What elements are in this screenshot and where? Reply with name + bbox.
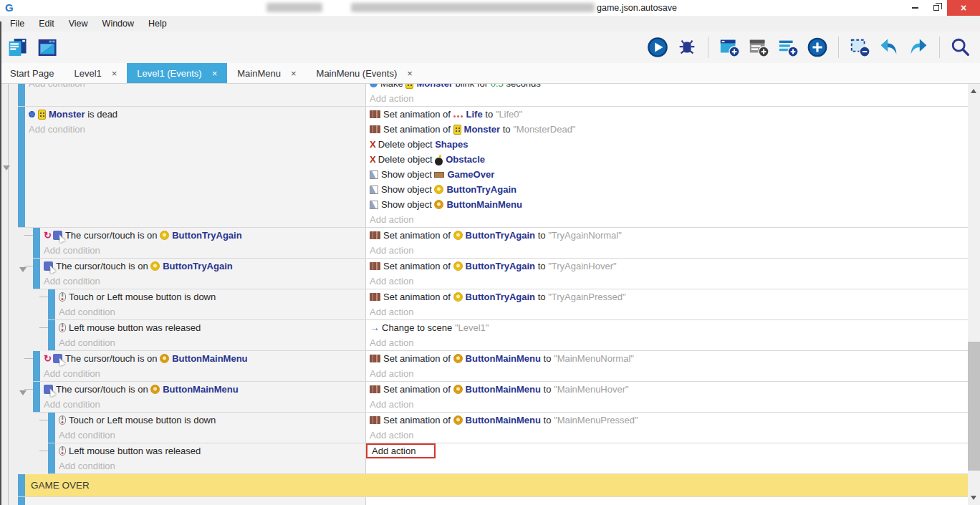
minimize-button[interactable] xyxy=(904,0,926,16)
action-line[interactable]: Set animation of ButtonTryAgain to "TryA… xyxy=(366,259,968,274)
add-action-button[interactable]: Add action xyxy=(366,274,968,289)
action-line[interactable]: Set animation of ButtonTryAgain to "TryA… xyxy=(366,228,968,243)
tab-level1[interactable]: Level1× xyxy=(64,63,127,83)
add-circle-button[interactable] xyxy=(805,35,830,59)
condition-line[interactable]: Touch or Left mouse button is down xyxy=(55,289,365,304)
action-line[interactable]: Set animation of ButtonMainMenu to "Main… xyxy=(366,382,968,397)
add-action-button[interactable]: Add action xyxy=(366,212,968,227)
event-selection-bar[interactable] xyxy=(18,84,25,106)
text-segment: Set animation of xyxy=(383,261,453,271)
event-row: The cursor/touch is on ButtonMainMenuAdd… xyxy=(33,382,968,413)
add-action-button[interactable]: Add action xyxy=(366,397,968,412)
object-name: ButtonTryAgain xyxy=(466,261,536,271)
action-line[interactable]: Set animation of Monster to "MonsterDead… xyxy=(366,122,968,137)
comment-text[interactable]: GAME OVER xyxy=(25,474,968,496)
condition-line[interactable]: Left mouse button was released xyxy=(55,443,365,458)
event-selection-bar[interactable] xyxy=(33,351,40,381)
event-selection-bar[interactable] xyxy=(33,259,40,289)
add-event-button[interactable] xyxy=(717,35,741,59)
action-line[interactable]: Make Monster blink for 0.5 seconds xyxy=(366,84,968,91)
event-selection-bar[interactable] xyxy=(48,320,55,350)
add-condition-button[interactable]: Add condition xyxy=(40,397,365,412)
menu-help[interactable]: Help xyxy=(141,16,174,32)
add-action-button-highlighted[interactable]: Add action xyxy=(366,443,968,458)
condition-line[interactable]: Touch or Left mouse button is down xyxy=(55,413,365,428)
add-action-button[interactable]: Add action xyxy=(366,91,968,106)
add-subevent-button[interactable] xyxy=(746,35,771,59)
scene-editor-button[interactable] xyxy=(36,35,60,59)
play-button[interactable] xyxy=(645,35,670,59)
add-condition-button[interactable]: Add condition xyxy=(55,428,365,443)
condition-line[interactable]: The cursor/touch is on ButtonMainMenu xyxy=(40,382,365,397)
add-condition-button[interactable]: Add condition xyxy=(40,274,365,289)
add-comment-button[interactable] xyxy=(776,35,800,59)
scroll-down-icon[interactable] xyxy=(971,496,976,500)
menu-file[interactable]: File xyxy=(3,16,32,32)
add-condition-button[interactable]: Add condition xyxy=(55,304,365,319)
action-line[interactable]: Show object ButtonMainMenu xyxy=(366,197,968,212)
scrollbar-thumb[interactable] xyxy=(968,342,980,471)
fold-arrow-icon[interactable] xyxy=(19,390,27,395)
condition-line[interactable]: Monster is dead xyxy=(25,107,365,122)
action-line[interactable]: Set animation of Life to "Life0" xyxy=(366,107,968,122)
tab-mainmenu[interactable]: MainMenu× xyxy=(227,63,306,83)
tab-close-icon[interactable]: × xyxy=(407,68,413,79)
close-button[interactable]: × xyxy=(947,0,980,16)
tab-mainmenu-events-[interactable]: MainMenu (Events)× xyxy=(307,63,423,83)
debug-button[interactable] xyxy=(675,35,699,59)
tab-close-icon[interactable]: × xyxy=(291,68,297,79)
event-selection-bar[interactable] xyxy=(33,228,40,258)
action-line[interactable]: Show object GameOver xyxy=(366,167,968,182)
tab-level1-events-[interactable]: Level1 (Events)× xyxy=(127,63,227,83)
add-condition-button[interactable]: Add condition xyxy=(55,335,365,350)
action-line[interactable]: Show object ButtonTryAgain xyxy=(366,182,968,197)
event-selection-bar[interactable] xyxy=(18,107,25,227)
event-selection-bar[interactable] xyxy=(48,443,55,473)
condition-line[interactable]: The cursor/touch is on ButtonTryAgain xyxy=(40,259,365,274)
text-segment: Set animation of xyxy=(383,353,453,364)
condition-line[interactable]: ↻The cursor/touch is on ButtonTryAgain xyxy=(40,228,365,243)
add-action-button[interactable]: Add action xyxy=(366,243,968,258)
add-condition-button[interactable]: Add condition xyxy=(25,84,365,91)
event-selection-bar[interactable] xyxy=(33,382,40,412)
redo-button[interactable] xyxy=(906,35,931,59)
condition-line[interactable]: Left mouse button was released xyxy=(55,320,365,335)
action-line[interactable]: Set animation of ButtonMainMenu to "Main… xyxy=(366,351,968,366)
add-condition-button[interactable]: Add condition xyxy=(55,458,365,473)
add-action-button[interactable]: Add action xyxy=(366,366,968,381)
object-name: Monster xyxy=(464,124,501,135)
undo-button[interactable] xyxy=(877,35,901,59)
add-action-button[interactable]: Add action xyxy=(366,428,968,443)
add-condition-button[interactable]: Add condition xyxy=(25,122,365,137)
fold-arrow-icon[interactable] xyxy=(19,267,27,272)
action-line[interactable]: →Change to scene "Level1" xyxy=(366,320,968,335)
condition-line[interactable]: ↻The cursor/touch is on ButtonMainMenu xyxy=(40,351,365,366)
vertical-scrollbar[interactable] xyxy=(968,84,980,505)
fold-arrow-icon[interactable] xyxy=(3,165,10,170)
add-action-button[interactable]: Add action xyxy=(366,335,968,350)
search-button[interactable] xyxy=(948,35,973,59)
event-selection-bar[interactable] xyxy=(48,413,55,443)
restore-button[interactable] xyxy=(926,0,947,16)
add-condition-button[interactable]: Add condition xyxy=(40,243,365,258)
tab-start-page[interactable]: Start Page xyxy=(0,63,64,83)
tab-close-icon[interactable]: × xyxy=(112,68,117,79)
event-selection-bar[interactable] xyxy=(48,289,55,319)
menu-view[interactable]: View xyxy=(62,16,95,32)
remove-selection-button[interactable] xyxy=(847,35,872,59)
text-segment: Show object xyxy=(381,184,434,195)
action-line[interactable]: Set animation of ButtonTryAgain to "TryA… xyxy=(366,289,968,304)
event-selection-bar[interactable] xyxy=(18,497,25,505)
project-manager-button[interactable] xyxy=(6,35,30,59)
action-line[interactable]: Set animation of ButtonMainMenu to "Main… xyxy=(366,413,968,428)
mouse-icon xyxy=(59,446,66,456)
tab-close-icon[interactable]: × xyxy=(212,68,218,79)
add-condition-button[interactable]: Add condition xyxy=(40,366,365,381)
action-line[interactable]: XDelete object Shapes xyxy=(366,137,968,152)
action-line[interactable]: XDelete object Obstacle xyxy=(366,152,968,167)
menu-edit[interactable]: Edit xyxy=(32,16,62,32)
add-action-button[interactable]: Add action xyxy=(366,304,968,319)
event-selection-bar[interactable] xyxy=(18,474,25,496)
scroll-up-icon[interactable] xyxy=(971,89,976,93)
menu-window[interactable]: Window xyxy=(95,16,141,32)
